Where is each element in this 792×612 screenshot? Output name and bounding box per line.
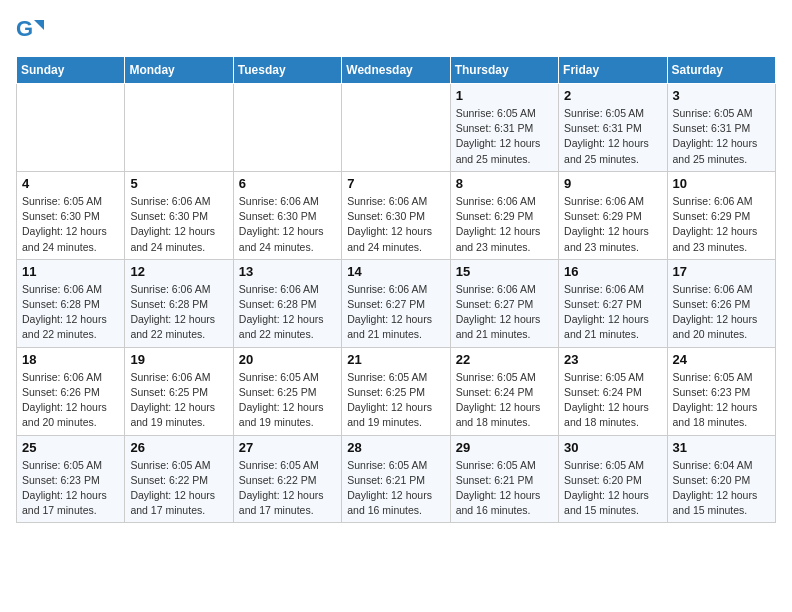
day-number: 23 bbox=[564, 352, 661, 367]
calendar-cell: 15Sunrise: 6:06 AM Sunset: 6:27 PM Dayli… bbox=[450, 259, 558, 347]
day-info: Sunrise: 6:06 AM Sunset: 6:25 PM Dayligh… bbox=[130, 370, 227, 431]
day-info: Sunrise: 6:06 AM Sunset: 6:27 PM Dayligh… bbox=[564, 282, 661, 343]
day-number: 13 bbox=[239, 264, 336, 279]
day-number: 28 bbox=[347, 440, 444, 455]
calendar-week-1: 1Sunrise: 6:05 AM Sunset: 6:31 PM Daylig… bbox=[17, 84, 776, 172]
day-number: 29 bbox=[456, 440, 553, 455]
col-header-saturday: Saturday bbox=[667, 57, 775, 84]
day-info: Sunrise: 6:05 AM Sunset: 6:22 PM Dayligh… bbox=[239, 458, 336, 519]
day-info: Sunrise: 6:04 AM Sunset: 6:20 PM Dayligh… bbox=[673, 458, 770, 519]
calendar-cell: 1Sunrise: 6:05 AM Sunset: 6:31 PM Daylig… bbox=[450, 84, 558, 172]
day-info: Sunrise: 6:06 AM Sunset: 6:30 PM Dayligh… bbox=[239, 194, 336, 255]
calendar-cell: 30Sunrise: 6:05 AM Sunset: 6:20 PM Dayli… bbox=[559, 435, 667, 523]
col-header-thursday: Thursday bbox=[450, 57, 558, 84]
calendar-cell: 7Sunrise: 6:06 AM Sunset: 6:30 PM Daylig… bbox=[342, 171, 450, 259]
day-number: 22 bbox=[456, 352, 553, 367]
calendar-cell: 25Sunrise: 6:05 AM Sunset: 6:23 PM Dayli… bbox=[17, 435, 125, 523]
calendar-cell: 16Sunrise: 6:06 AM Sunset: 6:27 PM Dayli… bbox=[559, 259, 667, 347]
day-number: 7 bbox=[347, 176, 444, 191]
calendar-cell bbox=[125, 84, 233, 172]
day-number: 30 bbox=[564, 440, 661, 455]
day-info: Sunrise: 6:06 AM Sunset: 6:29 PM Dayligh… bbox=[564, 194, 661, 255]
day-number: 18 bbox=[22, 352, 119, 367]
col-header-tuesday: Tuesday bbox=[233, 57, 341, 84]
calendar-cell: 5Sunrise: 6:06 AM Sunset: 6:30 PM Daylig… bbox=[125, 171, 233, 259]
day-number: 15 bbox=[456, 264, 553, 279]
col-header-friday: Friday bbox=[559, 57, 667, 84]
day-number: 8 bbox=[456, 176, 553, 191]
calendar-cell: 19Sunrise: 6:06 AM Sunset: 6:25 PM Dayli… bbox=[125, 347, 233, 435]
calendar-table: SundayMondayTuesdayWednesdayThursdayFrid… bbox=[16, 56, 776, 523]
day-info: Sunrise: 6:06 AM Sunset: 6:27 PM Dayligh… bbox=[456, 282, 553, 343]
calendar-cell: 8Sunrise: 6:06 AM Sunset: 6:29 PM Daylig… bbox=[450, 171, 558, 259]
day-info: Sunrise: 6:06 AM Sunset: 6:30 PM Dayligh… bbox=[347, 194, 444, 255]
calendar-cell: 9Sunrise: 6:06 AM Sunset: 6:29 PM Daylig… bbox=[559, 171, 667, 259]
calendar-cell: 11Sunrise: 6:06 AM Sunset: 6:28 PM Dayli… bbox=[17, 259, 125, 347]
calendar-cell: 26Sunrise: 6:05 AM Sunset: 6:22 PM Dayli… bbox=[125, 435, 233, 523]
calendar-cell: 18Sunrise: 6:06 AM Sunset: 6:26 PM Dayli… bbox=[17, 347, 125, 435]
calendar-week-2: 4Sunrise: 6:05 AM Sunset: 6:30 PM Daylig… bbox=[17, 171, 776, 259]
calendar-cell bbox=[342, 84, 450, 172]
day-number: 10 bbox=[673, 176, 770, 191]
day-info: Sunrise: 6:05 AM Sunset: 6:22 PM Dayligh… bbox=[130, 458, 227, 519]
day-info: Sunrise: 6:06 AM Sunset: 6:28 PM Dayligh… bbox=[239, 282, 336, 343]
day-number: 14 bbox=[347, 264, 444, 279]
col-header-monday: Monday bbox=[125, 57, 233, 84]
col-header-wednesday: Wednesday bbox=[342, 57, 450, 84]
calendar-cell: 21Sunrise: 6:05 AM Sunset: 6:25 PM Dayli… bbox=[342, 347, 450, 435]
calendar-cell: 27Sunrise: 6:05 AM Sunset: 6:22 PM Dayli… bbox=[233, 435, 341, 523]
day-info: Sunrise: 6:05 AM Sunset: 6:30 PM Dayligh… bbox=[22, 194, 119, 255]
calendar-cell: 31Sunrise: 6:04 AM Sunset: 6:20 PM Dayli… bbox=[667, 435, 775, 523]
day-number: 6 bbox=[239, 176, 336, 191]
day-number: 11 bbox=[22, 264, 119, 279]
day-info: Sunrise: 6:05 AM Sunset: 6:24 PM Dayligh… bbox=[564, 370, 661, 431]
calendar-week-5: 25Sunrise: 6:05 AM Sunset: 6:23 PM Dayli… bbox=[17, 435, 776, 523]
day-info: Sunrise: 6:06 AM Sunset: 6:27 PM Dayligh… bbox=[347, 282, 444, 343]
day-info: Sunrise: 6:05 AM Sunset: 6:21 PM Dayligh… bbox=[347, 458, 444, 519]
calendar-cell: 6Sunrise: 6:06 AM Sunset: 6:30 PM Daylig… bbox=[233, 171, 341, 259]
logo: G bbox=[16, 16, 46, 44]
day-number: 26 bbox=[130, 440, 227, 455]
calendar-body: 1Sunrise: 6:05 AM Sunset: 6:31 PM Daylig… bbox=[17, 84, 776, 523]
day-info: Sunrise: 6:06 AM Sunset: 6:28 PM Dayligh… bbox=[130, 282, 227, 343]
day-number: 20 bbox=[239, 352, 336, 367]
day-info: Sunrise: 6:06 AM Sunset: 6:26 PM Dayligh… bbox=[673, 282, 770, 343]
calendar-cell bbox=[17, 84, 125, 172]
calendar-cell: 28Sunrise: 6:05 AM Sunset: 6:21 PM Dayli… bbox=[342, 435, 450, 523]
day-number: 17 bbox=[673, 264, 770, 279]
col-header-sunday: Sunday bbox=[17, 57, 125, 84]
day-number: 2 bbox=[564, 88, 661, 103]
calendar-cell: 2Sunrise: 6:05 AM Sunset: 6:31 PM Daylig… bbox=[559, 84, 667, 172]
day-info: Sunrise: 6:06 AM Sunset: 6:29 PM Dayligh… bbox=[456, 194, 553, 255]
day-info: Sunrise: 6:05 AM Sunset: 6:25 PM Dayligh… bbox=[347, 370, 444, 431]
svg-text:G: G bbox=[16, 16, 33, 41]
day-info: Sunrise: 6:06 AM Sunset: 6:26 PM Dayligh… bbox=[22, 370, 119, 431]
day-info: Sunrise: 6:05 AM Sunset: 6:25 PM Dayligh… bbox=[239, 370, 336, 431]
day-info: Sunrise: 6:05 AM Sunset: 6:31 PM Dayligh… bbox=[564, 106, 661, 167]
calendar-cell: 14Sunrise: 6:06 AM Sunset: 6:27 PM Dayli… bbox=[342, 259, 450, 347]
calendar-cell: 10Sunrise: 6:06 AM Sunset: 6:29 PM Dayli… bbox=[667, 171, 775, 259]
calendar-cell: 23Sunrise: 6:05 AM Sunset: 6:24 PM Dayli… bbox=[559, 347, 667, 435]
calendar-cell: 13Sunrise: 6:06 AM Sunset: 6:28 PM Dayli… bbox=[233, 259, 341, 347]
day-info: Sunrise: 6:06 AM Sunset: 6:29 PM Dayligh… bbox=[673, 194, 770, 255]
day-number: 24 bbox=[673, 352, 770, 367]
calendar-cell bbox=[233, 84, 341, 172]
calendar-cell: 3Sunrise: 6:05 AM Sunset: 6:31 PM Daylig… bbox=[667, 84, 775, 172]
svg-marker-1 bbox=[34, 20, 44, 30]
logo-icon: G bbox=[16, 16, 44, 44]
calendar-week-3: 11Sunrise: 6:06 AM Sunset: 6:28 PM Dayli… bbox=[17, 259, 776, 347]
day-number: 3 bbox=[673, 88, 770, 103]
day-info: Sunrise: 6:05 AM Sunset: 6:23 PM Dayligh… bbox=[673, 370, 770, 431]
day-number: 16 bbox=[564, 264, 661, 279]
day-info: Sunrise: 6:06 AM Sunset: 6:28 PM Dayligh… bbox=[22, 282, 119, 343]
day-number: 25 bbox=[22, 440, 119, 455]
day-info: Sunrise: 6:05 AM Sunset: 6:31 PM Dayligh… bbox=[673, 106, 770, 167]
calendar-header-row: SundayMondayTuesdayWednesdayThursdayFrid… bbox=[17, 57, 776, 84]
day-number: 31 bbox=[673, 440, 770, 455]
day-info: Sunrise: 6:05 AM Sunset: 6:23 PM Dayligh… bbox=[22, 458, 119, 519]
day-number: 9 bbox=[564, 176, 661, 191]
day-info: Sunrise: 6:05 AM Sunset: 6:31 PM Dayligh… bbox=[456, 106, 553, 167]
calendar-cell: 17Sunrise: 6:06 AM Sunset: 6:26 PM Dayli… bbox=[667, 259, 775, 347]
calendar-cell: 20Sunrise: 6:05 AM Sunset: 6:25 PM Dayli… bbox=[233, 347, 341, 435]
page-header: G bbox=[16, 16, 776, 44]
